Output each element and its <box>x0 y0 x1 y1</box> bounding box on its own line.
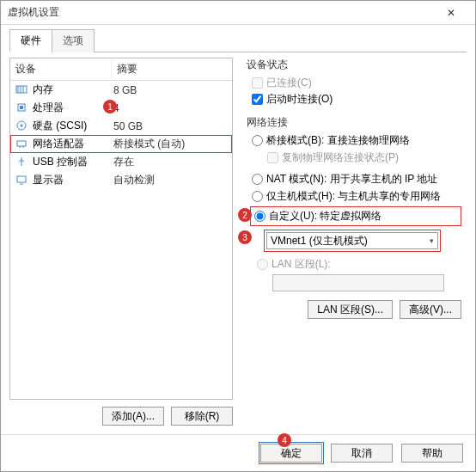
connect-at-power-row[interactable]: 启动时连接(O) <box>252 92 461 107</box>
advanced-button[interactable]: 高级(V)... <box>400 300 461 319</box>
ok-button[interactable]: 确定 <box>260 444 322 463</box>
nat-radio-row[interactable]: NAT 模式(N): 用于共享主机的 IP 地址 <box>252 172 461 187</box>
lan-select <box>272 274 444 291</box>
custom-radio-row[interactable]: 自定义(U): 特定虚拟网络 <box>254 209 459 224</box>
close-button[interactable]: ✕ <box>434 3 468 23</box>
tab-options[interactable]: 选项 <box>52 29 95 52</box>
usb-icon <box>15 156 29 169</box>
connected-label: 已连接(C) <box>266 76 312 90</box>
hw-summary: 桥接模式 (自动) <box>113 137 232 151</box>
nat-label: NAT 模式(N): 用于共享主机的 IP 地址 <box>266 172 437 187</box>
bridged-radio[interactable] <box>252 135 263 146</box>
svg-rect-11 <box>17 176 26 182</box>
hw-summary: 存在 <box>113 155 232 169</box>
nat-radio[interactable] <box>252 174 263 185</box>
lan-radio-row: LAN 区段(L): <box>257 257 461 272</box>
tab-hardware[interactable]: 硬件 <box>9 29 52 52</box>
custom-vmnet-select[interactable]: VMnet1 (仅主机模式) ▾ <box>266 232 438 249</box>
svg-point-7 <box>21 124 23 126</box>
window-title: 虚拟机设置 <box>8 5 59 20</box>
dialog-footer: 4 确定 取消 帮助 <box>1 434 475 471</box>
custom-label: 自定义(U): 特定虚拟网络 <box>269 209 381 224</box>
svg-rect-5 <box>20 106 23 109</box>
replicate-row: 复制物理网络连接状态(P) <box>267 150 461 165</box>
hw-summary: 自动检测 <box>113 173 232 187</box>
hw-name: 网络适配器 <box>33 137 113 151</box>
hw-name: 内存 <box>33 83 113 97</box>
annotation-badge-3: 3 <box>238 230 252 244</box>
titlebar: 虚拟机设置 ✕ <box>1 1 475 25</box>
tab-bar: 硬件 选项 <box>9 28 467 52</box>
add-button[interactable]: 添加(A)... <box>102 407 164 426</box>
hw-name: 硬盘 (SCSI) <box>33 119 113 133</box>
connect-at-power-label: 启动时连接(O) <box>266 92 333 107</box>
hw-summary: 4 <box>113 102 232 114</box>
annotation-badge-4: 4 <box>278 433 291 447</box>
close-icon: ✕ <box>447 7 455 19</box>
lan-label: LAN 区段(L): <box>272 257 331 272</box>
lan-segments-button[interactable]: LAN 区段(S)... <box>308 300 393 319</box>
replicate-label: 复制物理网络连接状态(P) <box>282 150 399 165</box>
hostonly-radio-row[interactable]: 仅主机模式(H): 与主机共享的专用网络 <box>252 189 461 204</box>
table-row[interactable]: 内存 8 GB <box>10 81 232 99</box>
col-device[interactable]: 设备 <box>10 58 112 80</box>
svg-rect-8 <box>17 141 26 146</box>
table-row[interactable]: 硬盘 (SCSI) 50 GB <box>10 117 232 135</box>
replicate-checkbox <box>267 152 278 163</box>
network-connection-title: 网络连接 <box>247 115 461 130</box>
connect-at-power-checkbox[interactable] <box>252 94 263 105</box>
hw-name: 显示器 <box>33 173 113 187</box>
hostonly-label: 仅主机模式(H): 与主机共享的专用网络 <box>266 189 441 204</box>
display-icon <box>15 175 29 187</box>
help-button[interactable]: 帮助 <box>401 444 463 463</box>
cpu-icon <box>15 102 29 114</box>
network-icon <box>15 138 29 150</box>
hostonly-radio[interactable] <box>252 191 263 202</box>
annotation-badge-2: 2 <box>238 208 252 222</box>
chevron-down-icon: ▾ <box>430 236 434 245</box>
custom-radio[interactable] <box>254 211 265 222</box>
annotation-badge-1: 1 <box>103 100 117 113</box>
table-row[interactable]: 显示器 自动检测 <box>10 171 232 189</box>
device-status-title: 设备状态 <box>247 58 461 72</box>
remove-button[interactable]: 移除(R) <box>171 407 233 426</box>
table-row[interactable]: 处理器 4 1 <box>10 99 232 117</box>
hardware-table: 设备 摘要 内存 8 GB 处理器 4 1 <box>9 58 233 400</box>
connected-checkbox-row: 已连接(C) <box>252 76 461 90</box>
hardware-header: 设备 摘要 <box>10 58 232 81</box>
lan-radio <box>257 259 268 270</box>
hw-name: USB 控制器 <box>33 155 113 169</box>
table-row[interactable]: USB 控制器 存在 <box>10 153 232 171</box>
col-summary[interactable]: 摘要 <box>112 58 232 80</box>
hw-summary: 50 GB <box>113 120 232 132</box>
connected-checkbox <box>252 77 263 89</box>
bridged-radio-row[interactable]: 桥接模式(B): 直接连接物理网络 <box>252 133 461 148</box>
cancel-button[interactable]: 取消 <box>331 444 393 463</box>
memory-icon <box>15 84 29 96</box>
hw-name: 处理器 <box>33 101 113 115</box>
hw-summary: 8 GB <box>113 84 232 96</box>
disk-icon <box>15 120 29 132</box>
bridged-label: 桥接模式(B): 直接连接物理网络 <box>266 133 410 148</box>
table-row-network[interactable]: 网络适配器 桥接模式 (自动) <box>10 135 232 153</box>
custom-vmnet-value: VMnet1 (仅主机模式) <box>271 234 368 248</box>
